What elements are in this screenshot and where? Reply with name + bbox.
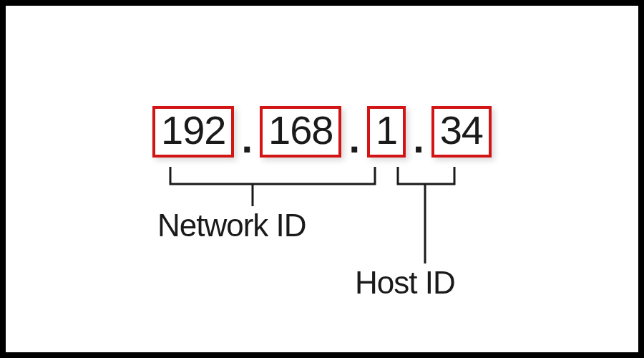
diagram-frame: 192 . 168 . 1 . 34 Network ID Host ID xyxy=(0,0,644,358)
bracket-svg xyxy=(6,6,638,352)
label-host-id: Host ID xyxy=(355,265,455,301)
octet-2: 168 xyxy=(260,106,341,158)
ip-address-row: 192 . 168 . 1 . 34 xyxy=(6,106,638,158)
dot-2: . xyxy=(341,119,367,159)
octet-1: 192 xyxy=(152,106,234,158)
label-network-id: Network ID xyxy=(157,208,306,243)
octet-4: 34 xyxy=(431,106,492,158)
octet-3: 1 xyxy=(367,106,406,158)
dot-3: . xyxy=(406,119,431,159)
dot-1: . xyxy=(234,119,260,159)
